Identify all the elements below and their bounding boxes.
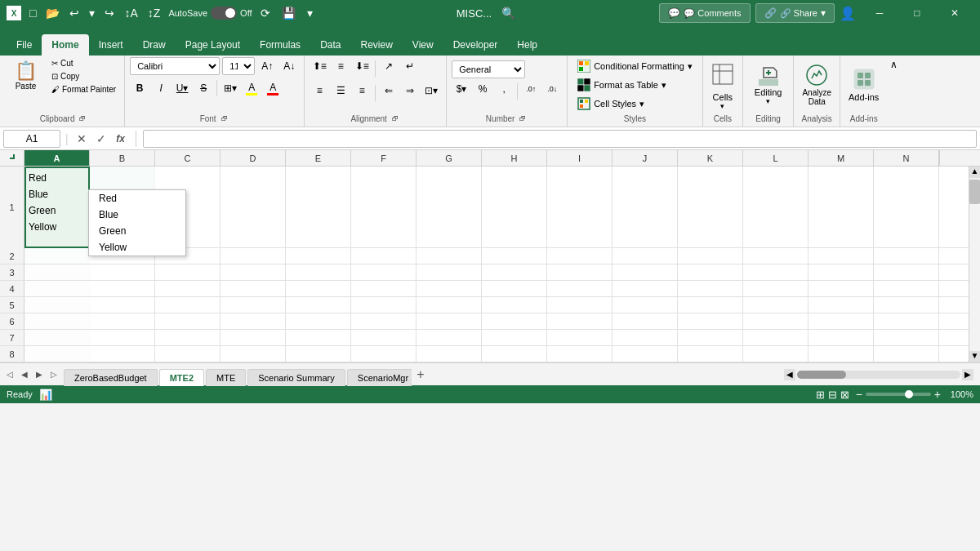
cell-j1[interactable]: [612, 167, 678, 248]
minimize-button[interactable]: ─: [861, 0, 898, 26]
cell-c6[interactable]: [155, 313, 220, 329]
col-header-a[interactable]: A: [24, 150, 90, 166]
cell-e7[interactable]: [286, 330, 351, 345]
cell-h8[interactable]: [482, 346, 547, 362]
formula-confirm-button[interactable]: ✓: [93, 132, 109, 145]
tab-help[interactable]: Help: [507, 34, 547, 56]
align-top-button[interactable]: ⬆≡: [310, 57, 329, 75]
cell-m4[interactable]: [808, 281, 874, 296]
cell-e5[interactable]: [286, 297, 351, 313]
dec-inc-button[interactable]: .0↑: [521, 80, 541, 98]
user-avatar[interactable]: 👤: [840, 6, 856, 21]
cell-i4[interactable]: [547, 281, 612, 296]
cell-a1[interactable]: Red Blue Green Yellow: [24, 167, 90, 248]
cell-m6[interactable]: [808, 313, 874, 329]
cell-b5[interactable]: [90, 297, 155, 313]
view-page-layout-icon[interactable]: ⊟: [828, 389, 837, 401]
search-btn[interactable]: 🔍: [498, 5, 519, 21]
sheet-nav-last[interactable]: ▷: [47, 368, 60, 381]
new-btn[interactable]: □: [26, 5, 39, 21]
number-expand-icon[interactable]: 🗗: [518, 115, 528, 122]
open-btn[interactable]: 📂: [42, 5, 63, 21]
cell-c3[interactable]: [155, 264, 220, 280]
cell-a3[interactable]: [24, 264, 90, 280]
analyze-data-button[interactable]: AnalyzeData: [799, 60, 835, 109]
cell-n7[interactable]: [874, 330, 939, 345]
cell-e3[interactable]: [286, 264, 351, 280]
cell-l3[interactable]: [743, 264, 808, 280]
cell-b3[interactable]: [90, 264, 155, 280]
comma-button[interactable]: ,: [494, 80, 514, 98]
tab-file[interactable]: File: [7, 34, 42, 56]
tab-home[interactable]: Home: [42, 34, 88, 56]
clipboard-expand-icon[interactable]: 🗗: [78, 115, 87, 122]
align-middle-button[interactable]: ≡: [331, 57, 350, 75]
font-size-select[interactable]: 11: [222, 57, 255, 75]
cell-e2[interactable]: [286, 248, 351, 264]
cell-a6[interactable]: [24, 313, 90, 329]
cell-l4[interactable]: [743, 281, 808, 296]
merge-button[interactable]: ⊡▾: [421, 82, 441, 100]
cell-d7[interactable]: [220, 330, 286, 345]
autosave-toggle[interactable]: [211, 7, 237, 20]
cell-styles-button[interactable]: Cell Styles ▾: [572, 95, 649, 113]
formula-cancel-button[interactable]: ✕: [74, 132, 90, 145]
view-normal-icon[interactable]: ⊞: [816, 389, 825, 401]
cell-m8[interactable]: [808, 346, 874, 362]
cell-k2[interactable]: [678, 248, 743, 264]
decrease-font-button[interactable]: A↓: [279, 57, 299, 75]
sort-az-btn[interactable]: ↕A: [121, 5, 140, 21]
cell-h7[interactable]: [482, 330, 547, 345]
col-header-f[interactable]: F: [351, 150, 416, 166]
scroll-down-button[interactable]: ▼: [969, 351, 980, 362]
cell-f4[interactable]: [351, 281, 416, 296]
col-header-l[interactable]: L: [743, 150, 808, 166]
font-expand-icon[interactable]: 🗗: [220, 115, 229, 122]
cell-a5[interactable]: [24, 297, 90, 313]
tab-scenario-summary[interactable]: Scenario Summary: [247, 369, 345, 386]
cell-j2[interactable]: [612, 248, 678, 264]
tab-page-layout[interactable]: Page Layout: [176, 34, 250, 56]
col-header-j[interactable]: J: [612, 150, 678, 166]
cell-n1[interactable]: [874, 167, 939, 248]
cell-k8[interactable]: [678, 346, 743, 362]
fill-color-button[interactable]: A: [242, 79, 261, 97]
cell-e8[interactable]: [286, 346, 351, 362]
cell-h6[interactable]: [482, 313, 547, 329]
conditional-formatting-button[interactable]: Conditional Formatting ▾: [572, 57, 697, 75]
cell-e1[interactable]: [286, 167, 351, 248]
zoom-in-button[interactable]: +: [934, 388, 941, 401]
comments-button[interactable]: 💬 💬 Comments: [659, 3, 750, 23]
number-format-select[interactable]: General: [452, 60, 525, 78]
cell-k7[interactable]: [678, 330, 743, 345]
cell-c4[interactable]: [155, 281, 220, 296]
align-center-button[interactable]: ☰: [331, 82, 350, 100]
restore-button[interactable]: □: [898, 0, 936, 26]
close-button[interactable]: ✕: [936, 0, 973, 26]
zoom-out-button[interactable]: −: [856, 388, 862, 401]
cell-n8[interactable]: [874, 346, 939, 362]
cell-reference-input[interactable]: [3, 130, 60, 148]
increase-font-button[interactable]: A↑: [257, 57, 277, 75]
cell-f8[interactable]: [351, 346, 416, 362]
format-painter-button[interactable]: 🖌 Format Painter: [48, 83, 119, 96]
col-header-c[interactable]: C: [155, 150, 220, 166]
paste-button[interactable]: 📋 Paste: [8, 57, 43, 94]
cell-f7[interactable]: [351, 330, 416, 345]
cell-i2[interactable]: [547, 248, 612, 264]
zoom-slider[interactable]: [866, 393, 931, 396]
cut-button[interactable]: ✂ Cut: [48, 57, 119, 69]
font-color-button[interactable]: A: [263, 79, 283, 97]
format-as-table-button[interactable]: Format as Table ▾: [572, 76, 671, 94]
bold-button[interactable]: B: [130, 79, 149, 97]
h-scroll-thumb[interactable]: [797, 371, 846, 379]
tab-zero-based-budget[interactable]: ZeroBasedBudget: [64, 369, 158, 386]
cell-c7[interactable]: [155, 330, 220, 345]
cell-b7[interactable]: [90, 330, 155, 345]
cell-i1[interactable]: [547, 167, 612, 248]
add-sheet-button[interactable]: +: [412, 366, 430, 384]
col-header-b[interactable]: B: [90, 150, 155, 166]
cell-j6[interactable]: [612, 313, 678, 329]
scroll-thumb[interactable]: [969, 180, 980, 204]
cell-c8[interactable]: [155, 346, 220, 362]
